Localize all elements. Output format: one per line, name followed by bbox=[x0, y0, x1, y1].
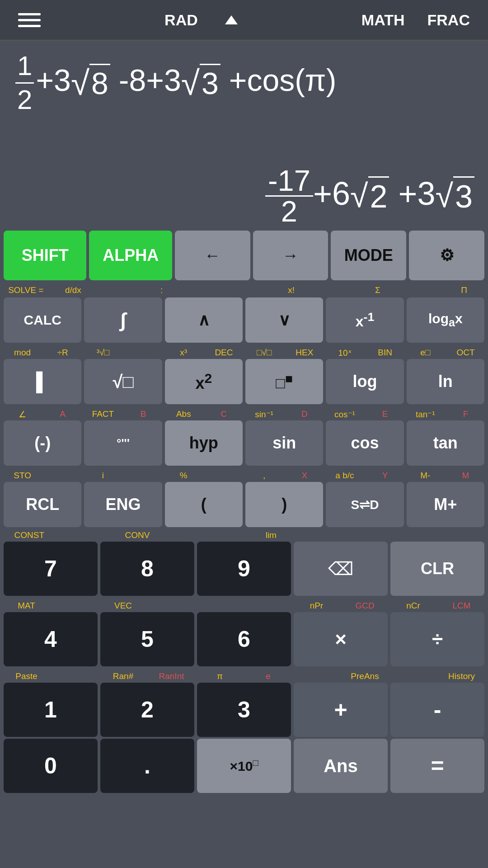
rparen-button[interactable]: ) bbox=[245, 482, 323, 527]
rad-mode-label[interactable]: RAD bbox=[164, 11, 198, 29]
sublabel-empty12 bbox=[325, 528, 376, 542]
sd-button[interactable]: S⇌D bbox=[326, 482, 404, 527]
keyboard-row-6: 4 5 6 × ÷ bbox=[4, 612, 484, 666]
sublabel-C: C bbox=[205, 407, 243, 421]
sublabel-empty4 bbox=[314, 283, 355, 297]
alpha-button[interactable]: ALPHA bbox=[89, 231, 172, 280]
sublabel-vec: VEC bbox=[100, 599, 146, 613]
sublabel-oct: OCT bbox=[447, 345, 484, 360]
rcl-button[interactable]: RCL bbox=[4, 482, 81, 527]
sqrt-button[interactable]: √□ bbox=[84, 359, 162, 404]
eng-button[interactable]: ENG bbox=[84, 482, 162, 527]
sublabel-nthrt: □√□ bbox=[245, 345, 283, 360]
one-button[interactable]: 1 bbox=[4, 683, 98, 737]
lparen-button[interactable]: ( bbox=[165, 482, 243, 527]
mode-arrow[interactable] bbox=[225, 15, 238, 24]
sublabel-divr: ÷R bbox=[44, 345, 81, 360]
sublabel-X: X bbox=[286, 468, 323, 483]
sublabel-taninv: tan⁻¹ bbox=[407, 407, 444, 421]
keyboard-row-1: CALC ∫ ∧ ∨ x-1 logax bbox=[4, 297, 484, 343]
sublabel-Mminus: M- bbox=[407, 468, 444, 483]
nine-button[interactable]: 9 bbox=[197, 542, 291, 596]
keyboard-row-7: 1 2 3 + - bbox=[4, 683, 484, 737]
sublabel-sto: STO bbox=[4, 468, 41, 483]
sublabel-empty2 bbox=[185, 283, 225, 297]
backspace-button[interactable]: ⌫ bbox=[294, 542, 388, 596]
negative-button[interactable]: (-) bbox=[4, 420, 81, 466]
sublabel-conv: CONV bbox=[112, 528, 163, 542]
six-button[interactable]: 6 bbox=[197, 612, 291, 666]
sublabel-empty6 bbox=[125, 345, 162, 360]
sublabel-ran: Ran# bbox=[100, 669, 146, 684]
left-arrow-button[interactable]: ← bbox=[175, 231, 250, 280]
fraction-half: 1 2 bbox=[15, 50, 34, 116]
xsquared-button[interactable]: x2 bbox=[165, 359, 243, 404]
sublabel-empty16 bbox=[149, 599, 194, 613]
down-button[interactable]: ∨ bbox=[245, 297, 323, 343]
seven-button[interactable]: 7 bbox=[4, 542, 98, 596]
mode-display: RAD bbox=[164, 11, 238, 29]
ln-button[interactable]: ln bbox=[407, 359, 484, 404]
settings-button[interactable]: ⚙ bbox=[409, 231, 484, 280]
sublabel-M: M bbox=[447, 468, 484, 483]
calc-button[interactable]: CALC bbox=[4, 297, 81, 343]
log-button[interactable]: log bbox=[326, 359, 404, 404]
sublabel-10x: 10ˣ bbox=[326, 345, 363, 360]
four-button[interactable]: 4 bbox=[4, 612, 98, 666]
sublabel-empty9 bbox=[205, 468, 243, 483]
sublabel-mat: MAT bbox=[4, 599, 49, 613]
sublabel-empty7 bbox=[44, 468, 81, 483]
two-button[interactable]: 2 bbox=[100, 683, 194, 737]
zero-button[interactable]: 0 bbox=[4, 739, 98, 793]
exp10-button[interactable]: ×10□ bbox=[197, 739, 291, 793]
sublabel-gcd: GCD bbox=[342, 599, 388, 613]
sublabel-ex: e□ bbox=[407, 345, 444, 360]
sublabel-bin: BIN bbox=[366, 345, 404, 360]
sublabel-empty14 bbox=[433, 528, 484, 542]
shift-button[interactable]: SHIFT bbox=[4, 231, 86, 280]
xinverse-button[interactable]: x-1 bbox=[326, 297, 404, 343]
minus-button[interactable]: - bbox=[390, 683, 484, 737]
fraction-button[interactable]: ▌ bbox=[4, 359, 81, 404]
hyp-button[interactable]: hyp bbox=[165, 420, 243, 466]
five-button[interactable]: 5 bbox=[100, 612, 194, 666]
clr-button[interactable]: CLR bbox=[390, 542, 484, 596]
input-expression: 1 2 +3√8 -8+3√3 +cos(π) bbox=[14, 50, 474, 116]
keyboard-row-4: RCL ENG ( ) S⇌D M+ bbox=[4, 482, 484, 527]
mplus-button[interactable]: M+ bbox=[407, 482, 484, 527]
sublabel-e: e bbox=[245, 669, 291, 684]
calculator-display: 1 2 +3√8 -8+3√3 +cos(π) -17 2 +6√2 +3√3 bbox=[0, 41, 488, 231]
dms-button[interactable]: °''' bbox=[84, 420, 162, 466]
multiply-button[interactable]: × bbox=[294, 612, 388, 666]
tan-button[interactable]: tan bbox=[407, 420, 484, 466]
power-button[interactable]: □■ bbox=[245, 359, 323, 404]
logax-button[interactable]: logax bbox=[407, 297, 484, 343]
right-arrow-button[interactable]: → bbox=[253, 231, 328, 280]
cos-button[interactable]: cos bbox=[326, 420, 404, 466]
sublabel-angle: ∠ bbox=[4, 407, 41, 421]
hamburger-menu[interactable] bbox=[18, 13, 41, 27]
top-bar: RAD MATH FRAC bbox=[0, 0, 488, 41]
mode-button[interactable]: MODE bbox=[331, 231, 406, 280]
frac-label[interactable]: FRAC bbox=[427, 11, 470, 29]
sublabel-xcube: x³ bbox=[165, 345, 202, 360]
three-button[interactable]: 3 bbox=[197, 683, 291, 737]
up-button[interactable]: ∧ bbox=[165, 297, 243, 343]
sublabel-lim: lim bbox=[220, 528, 322, 542]
sqrt-3: √3 bbox=[181, 63, 221, 104]
sublabel-empty20 bbox=[294, 669, 339, 684]
sublabel-empty8 bbox=[125, 468, 162, 483]
sin-button[interactable]: sin bbox=[245, 420, 323, 466]
sublabel-empty19 bbox=[52, 669, 98, 684]
math-label[interactable]: MATH bbox=[361, 11, 405, 29]
sublabel-mod: mod bbox=[4, 345, 41, 360]
dot-button[interactable]: . bbox=[100, 739, 194, 793]
sublabel-empty17 bbox=[197, 599, 243, 613]
ans-button[interactable]: Ans bbox=[294, 739, 388, 793]
integral-button[interactable]: ∫ bbox=[84, 297, 162, 343]
divide-button[interactable]: ÷ bbox=[390, 612, 484, 666]
keyboard-row-2: ▌ √□ x2 □■ log ln bbox=[4, 359, 484, 404]
equals-button[interactable]: = bbox=[390, 739, 484, 793]
plus-button[interactable]: + bbox=[294, 683, 388, 737]
eight-button[interactable]: 8 bbox=[100, 542, 194, 596]
